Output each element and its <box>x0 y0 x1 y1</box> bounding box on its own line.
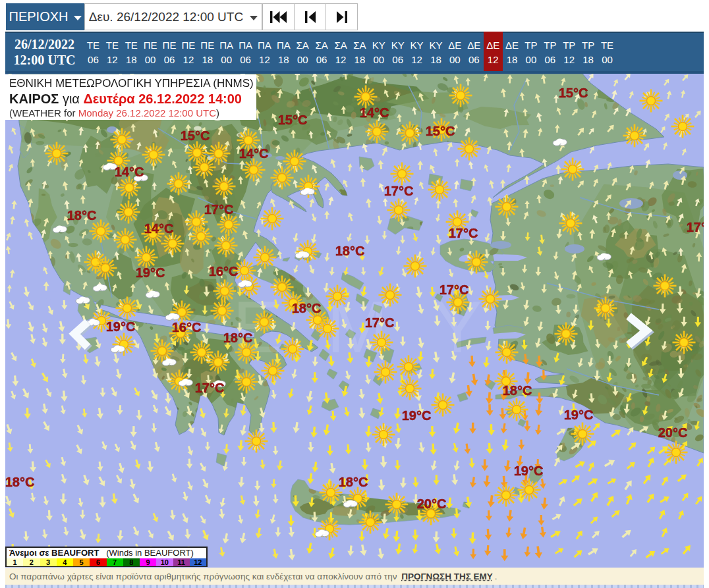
svg-text:16°C: 16°C <box>172 320 202 334</box>
svg-text:20°C: 20°C <box>417 496 447 511</box>
svg-text:20°C: 20°C <box>658 425 688 440</box>
svg-text:14°C: 14°C <box>360 105 389 120</box>
svg-text:19°C: 19°C <box>564 408 594 422</box>
svg-text:17°C: 17°C <box>440 282 469 297</box>
svg-text:17°C: 17°C <box>365 315 395 330</box>
svg-text:18°C: 18°C <box>67 208 97 223</box>
svg-text:14°C: 14°C <box>239 146 269 161</box>
svg-text:18°C: 18°C <box>503 383 532 398</box>
svg-text:15°C: 15°C <box>426 124 455 138</box>
svg-text:15°C: 15°C <box>559 86 588 100</box>
svg-text:19°C: 19°C <box>106 319 136 334</box>
svg-text:17°C: 17°C <box>204 202 234 217</box>
svg-text:18°C: 18°C <box>335 244 365 258</box>
svg-text:17°C: 17°C <box>687 220 704 234</box>
svg-text:19°C: 19°C <box>136 265 165 280</box>
svg-text:18°C: 18°C <box>223 331 253 345</box>
svg-text:16°C: 16°C <box>209 264 239 279</box>
svg-text:19°C: 19°C <box>402 408 432 423</box>
svg-text:19°C: 19°C <box>514 464 544 478</box>
svg-text:18°C: 18°C <box>339 475 368 489</box>
svg-text:15°C: 15°C <box>181 128 210 143</box>
svg-text:15°C: 15°C <box>278 113 308 127</box>
svg-text:18°C: 18°C <box>292 301 322 315</box>
svg-text:17°C: 17°C <box>449 226 478 240</box>
svg-text:14°C: 14°C <box>144 221 174 236</box>
svg-text:14°C: 14°C <box>115 165 144 179</box>
svg-text:18°C: 18°C <box>5 475 34 489</box>
svg-text:17°C: 17°C <box>195 381 225 395</box>
svg-text:17°C: 17°C <box>384 184 414 198</box>
